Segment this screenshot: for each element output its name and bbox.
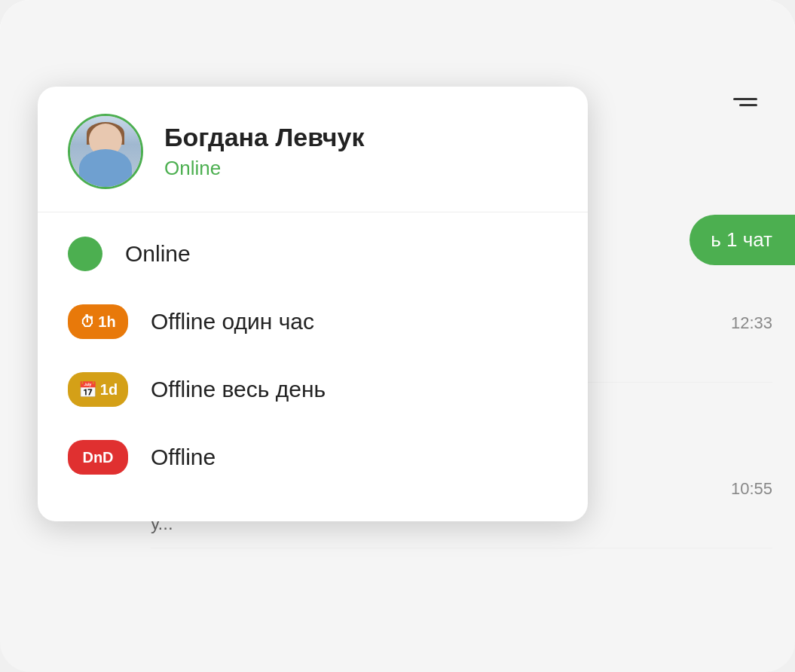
chat-time-2: 10:55 (731, 479, 772, 499)
status-option-offline-1d[interactable]: 📅 1d Offline весь день (38, 356, 588, 423)
status-option-dnd[interactable]: DnD Offline (38, 423, 588, 491)
badge-1d-text: 1d (100, 381, 118, 399)
badge-1h-text: 1h (98, 313, 115, 331)
dnd-text: DnD (82, 449, 113, 466)
badge-1d-icon: 📅 (78, 380, 97, 399)
badge-1h-icon: ⏱ (80, 313, 95, 331)
chat-time-1: 12:33 (731, 313, 772, 333)
avatar-image (70, 116, 141, 187)
offline-1h-badge: ⏱ 1h (68, 304, 128, 339)
status-option-offline-1h[interactable]: ⏱ 1h Offline один час (38, 288, 588, 356)
filter-line-2 (739, 104, 757, 106)
online-label: Online (125, 241, 191, 267)
avatar (68, 114, 143, 189)
dnd-label: Offline (151, 444, 216, 470)
status-options-list: Online ⏱ 1h Offline один час 📅 1d Offlin… (38, 212, 588, 499)
offline-1d-label: Offline весь день (151, 377, 326, 402)
profile-online-status: Online (164, 157, 365, 180)
profile-header: Богдана Левчук Online (38, 87, 588, 212)
offline-1h-label: Offline один час (151, 309, 314, 334)
profile-info: Богдана Левчук Online (164, 123, 365, 180)
status-option-online[interactable]: Online (38, 220, 588, 288)
filter-button[interactable] (733, 98, 757, 106)
status-popup: Богдана Левчук Online Online ⏱ 1h Offlin… (38, 87, 588, 521)
offline-1d-badge: 📅 1d (68, 372, 128, 407)
chat-button-label: ь 1 чат (711, 228, 772, 251)
profile-name: Богдана Левчук (164, 123, 365, 152)
dnd-badge: DnD (68, 440, 128, 475)
filter-line-1 (733, 98, 757, 100)
avatar-body (79, 149, 132, 187)
chat-button[interactable]: ь 1 чат (690, 215, 795, 265)
online-indicator (68, 237, 102, 271)
